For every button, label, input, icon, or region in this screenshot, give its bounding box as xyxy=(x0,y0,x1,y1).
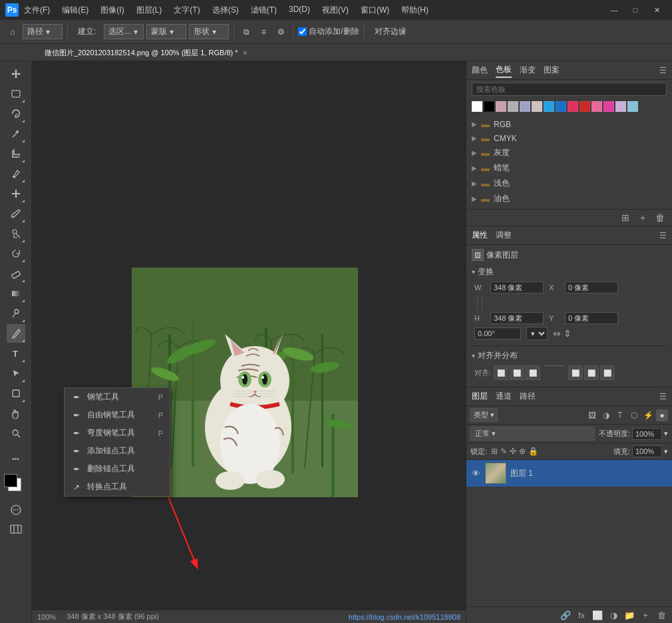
maximize-button[interactable]: □ xyxy=(625,3,645,17)
window-controls[interactable]: — □ ✕ xyxy=(604,3,667,17)
swatch-violet[interactable] xyxy=(615,101,626,112)
swatch-light-blue[interactable] xyxy=(627,101,638,112)
layers-menu-icon[interactable]: ☰ xyxy=(659,392,667,401)
color-search-input[interactable] xyxy=(472,83,667,96)
document-tab[interactable]: 微信图片_20201203182514.png @ 100% (图层 1, RG… xyxy=(37,45,255,61)
minimize-button[interactable]: — xyxy=(604,3,624,17)
menu-file[interactable]: 文件(F) xyxy=(19,3,55,17)
swatch-red1[interactable] xyxy=(568,101,578,112)
tab-color[interactable]: 颜色 xyxy=(472,63,488,77)
swatch-pink[interactable] xyxy=(496,101,506,112)
swatch-magenta[interactable] xyxy=(603,101,614,112)
y-field[interactable] xyxy=(565,312,618,324)
align-bottom-btn[interactable]: ⬜ xyxy=(600,365,615,380)
context-menu-pen-tool[interactable]: ✒ 钢笔工具 P xyxy=(65,388,170,406)
delete-layer-icon[interactable]: 🗑 xyxy=(655,608,668,622)
menu-help[interactable]: 帮助(H) xyxy=(396,3,434,17)
menu-image[interactable]: 图像(I) xyxy=(95,3,129,17)
align-middle-btn[interactable]: ⬜ xyxy=(584,365,599,380)
menu-view[interactable]: 视图(V) xyxy=(317,3,354,17)
properties-menu-icon[interactable]: ☰ xyxy=(659,231,667,240)
align-left-btn[interactable]: ⬜ xyxy=(494,365,508,380)
blend-mode-combo[interactable]: 正常 ▾ xyxy=(470,427,595,441)
filter-pixel-icon[interactable]: 🖼 xyxy=(586,409,598,421)
magic-wand-tool[interactable] xyxy=(7,124,25,143)
group-grayscale[interactable]: ▶ ▬ 灰度 xyxy=(466,145,672,160)
eyedropper-tool[interactable] xyxy=(7,164,25,183)
close-button[interactable]: ✕ xyxy=(647,3,667,17)
lasso-tool[interactable] xyxy=(7,104,25,123)
swatch-red2[interactable] xyxy=(580,101,590,112)
auto-add-delete-checkbox[interactable] xyxy=(298,27,307,36)
healing-tool[interactable] xyxy=(7,184,25,203)
filter-type-combo[interactable]: 类型 ▾ xyxy=(470,408,498,422)
group-pastels[interactable]: ▶ ▬ 浅色 xyxy=(466,176,672,191)
align-edge-btn[interactable]: 对齐边缘 xyxy=(369,24,412,39)
align-right-btn[interactable]: ⬜ xyxy=(526,365,540,380)
align-icon[interactable]: ≡ xyxy=(256,25,271,39)
new-layer-icon[interactable]: + xyxy=(639,608,652,622)
layer-item[interactable]: 👁 图层 1 xyxy=(466,460,672,487)
align-center-h-btn[interactable]: ⬜ xyxy=(510,365,524,380)
swatch-lavender[interactable] xyxy=(520,101,530,112)
menu-3d[interactable]: 3D(D) xyxy=(283,3,315,17)
tab-paths[interactable]: 路径 xyxy=(520,391,536,402)
swatch-blue1[interactable] xyxy=(544,101,554,112)
lock-artboard-icon[interactable]: ⊕ xyxy=(519,447,526,456)
x-field[interactable] xyxy=(565,282,618,294)
menu-select[interactable]: 选择(S) xyxy=(207,3,244,17)
canvas-background[interactable]: ✒ 钢笔工具 P ✒ 自由钢笔工具 P ✒ 弯度钢笔工具 P ✒ 添加锚点工具 xyxy=(32,61,466,610)
tab-close-icon[interactable]: ✕ xyxy=(242,49,248,57)
selection-combo[interactable]: 选区... ▾ xyxy=(104,24,144,39)
lock-brush-icon[interactable]: ✎ xyxy=(500,447,507,456)
swatch-hot-pink[interactable] xyxy=(591,101,602,112)
flip-vertical-icon[interactable]: ⇕ xyxy=(564,328,572,339)
shape-combo[interactable]: 形状 ▾ xyxy=(189,24,229,39)
create-folder-icon[interactable]: ⊞ xyxy=(619,211,632,224)
width-field[interactable] xyxy=(490,282,544,294)
brush-tool[interactable] xyxy=(7,204,25,223)
layer-mask-icon[interactable]: ⬜ xyxy=(591,608,604,622)
context-menu-delete-anchor[interactable]: ✒ 删除锚点工具 xyxy=(65,460,170,478)
filter-adjust-icon[interactable]: ◑ xyxy=(600,409,612,421)
zoom-tool[interactable] xyxy=(7,424,25,443)
align-collapse-icon[interactable]: ▾ xyxy=(472,352,475,359)
menu-filter[interactable]: 滤镜(T) xyxy=(246,3,282,17)
menu-window[interactable]: 窗口(W) xyxy=(355,3,395,17)
layer-group-icon[interactable]: 📁 xyxy=(623,608,636,622)
new-swatch-icon[interactable]: + xyxy=(636,211,649,224)
fill-value[interactable] xyxy=(632,445,662,457)
lock-all-icon[interactable]: 🔒 xyxy=(528,447,538,456)
tab-layers[interactable]: 图层 xyxy=(472,391,488,402)
color-swatch-area[interactable] xyxy=(4,474,28,498)
tab-properties[interactable]: 属性 xyxy=(472,230,488,241)
align-title[interactable]: ▾ 对齐并分布 xyxy=(472,350,667,361)
lock-pixel-icon[interactable]: ⊞ xyxy=(491,447,498,456)
filter-type-icon[interactable]: T xyxy=(614,409,626,421)
angle-dropdown[interactable]: ▾ xyxy=(526,327,548,340)
menu-bar[interactable]: 文件(F) 编辑(E) 图像(I) 图层(L) 文字(T) 选择(S) 滤镜(T… xyxy=(19,3,604,17)
history-brush-tool[interactable] xyxy=(7,244,25,263)
group-oil[interactable]: ▶ ▬ 油色 xyxy=(466,191,672,206)
filter-shape-icon[interactable]: ⬡ xyxy=(628,409,640,421)
tab-swatches[interactable]: 色板 xyxy=(496,63,512,78)
transform-collapse-icon[interactable]: ▾ xyxy=(472,268,475,276)
gradient-tool[interactable] xyxy=(7,284,25,303)
angle-field[interactable] xyxy=(474,327,521,339)
dodge-tool[interactable] xyxy=(7,304,25,323)
context-menu-convert-point[interactable]: ↗ 转换点工具 xyxy=(65,478,170,496)
swatch-black[interactable] xyxy=(484,101,494,112)
delete-swatch-icon[interactable]: 🗑 xyxy=(653,211,667,224)
crop-tool[interactable] xyxy=(7,144,25,163)
group-rgb[interactable]: ▶ ▬ RGB xyxy=(466,117,672,131)
build-btn[interactable]: 建立: xyxy=(73,24,101,39)
eraser-tool[interactable] xyxy=(7,264,25,283)
clone-stamp-tool[interactable] xyxy=(7,224,25,243)
swatch-rose[interactable] xyxy=(532,101,542,112)
group-crayon[interactable]: ▶ ▬ 蜡笔 xyxy=(466,160,672,176)
context-menu-freeform-pen[interactable]: ✒ 自由钢笔工具 P xyxy=(65,406,170,424)
path-selection-tool[interactable] xyxy=(7,364,25,383)
shape-tool[interactable] xyxy=(7,384,25,403)
menu-edit[interactable]: 编辑(E) xyxy=(57,3,94,17)
tab-adjustments[interactable]: 调整 xyxy=(496,230,512,241)
